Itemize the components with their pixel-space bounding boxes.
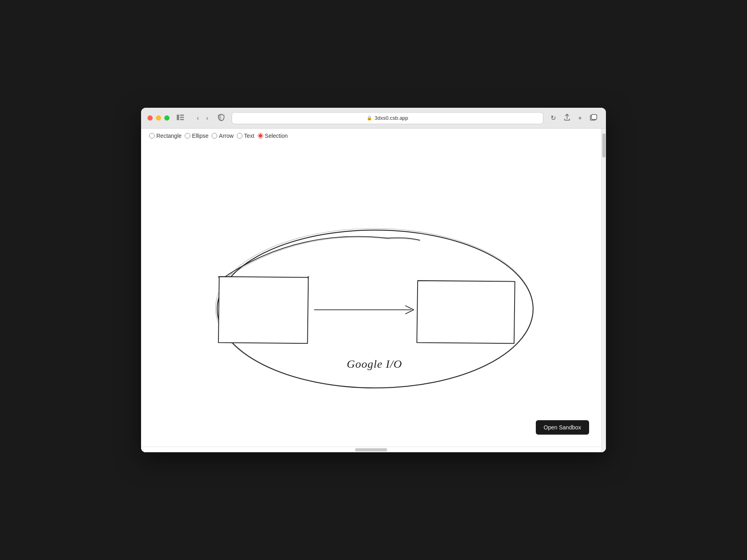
tool-rectangle[interactable]: Rectangle [149, 133, 182, 139]
sidebar-toggle-button[interactable] [174, 113, 186, 123]
svg-rect-1 [180, 115, 184, 116]
canvas-area[interactable]: Google I/O Open Sandbox [141, 143, 601, 447]
lock-icon: 🔒 [367, 115, 372, 121]
url-text: 3dxs0.csb.app [375, 115, 408, 121]
tool-arrow-label: Arrow [219, 133, 234, 139]
tool-text-radio[interactable] [237, 133, 242, 139]
close-button[interactable] [147, 115, 153, 121]
tool-selection[interactable]: Selection [258, 133, 288, 139]
vertical-scrollbar[interactable] [601, 129, 606, 452]
browser-window: ‹ › 🔒 3dxs0.csb.app ↻ + [141, 108, 606, 452]
reload-button[interactable]: ↻ [548, 113, 558, 123]
forward-button[interactable]: › [204, 113, 210, 123]
maximize-button[interactable] [164, 115, 170, 121]
tool-text-label: Text [244, 133, 254, 139]
toolbar-right: ↻ + [548, 112, 600, 124]
title-bar: ‹ › 🔒 3dxs0.csb.app ↻ + [141, 108, 606, 129]
tool-selection-radio[interactable] [258, 133, 263, 139]
tool-rectangle-label: Rectangle [156, 133, 182, 139]
svg-rect-3 [180, 119, 184, 120]
open-sandbox-button[interactable]: Open Sandbox [536, 420, 589, 435]
back-button[interactable]: ‹ [194, 113, 201, 123]
minimize-button[interactable] [156, 115, 161, 121]
tool-ellipse[interactable]: Ellipse [185, 133, 208, 139]
bottom-scrollbar[interactable] [141, 447, 601, 452]
drawing-canvas[interactable]: Google I/O [141, 143, 601, 447]
address-bar[interactable]: 🔒 3dxs0.csb.app [232, 112, 543, 124]
svg-rect-5 [592, 115, 597, 119]
svg-rect-2 [180, 117, 184, 118]
browser-content: Rectangle Ellipse Arrow Text Selection [141, 129, 606, 452]
share-button[interactable] [561, 112, 573, 124]
vertical-scrollbar-thumb[interactable] [602, 133, 606, 157]
tool-ellipse-label: Ellipse [192, 133, 208, 139]
tabs-button[interactable] [588, 113, 600, 124]
horizontal-scrollbar-thumb[interactable] [355, 448, 387, 451]
page-content: Rectangle Ellipse Arrow Text Selection [141, 129, 601, 452]
shield-icon [216, 112, 227, 124]
tool-selection-label: Selection [265, 133, 288, 139]
canvas-annotation-text: Google I/O [347, 358, 402, 370]
new-tab-button[interactable]: + [576, 113, 584, 123]
tool-arrow[interactable]: Arrow [212, 133, 234, 139]
svg-rect-0 [177, 115, 179, 120]
tool-rectangle-radio[interactable] [149, 133, 155, 139]
nav-buttons: ‹ › [194, 113, 211, 123]
tool-arrow-radio[interactable] [212, 133, 217, 139]
traffic-lights [147, 115, 170, 121]
tool-ellipse-radio[interactable] [185, 133, 190, 139]
tool-text[interactable]: Text [237, 133, 254, 139]
drawing-toolbar: Rectangle Ellipse Arrow Text Selection [141, 129, 601, 143]
